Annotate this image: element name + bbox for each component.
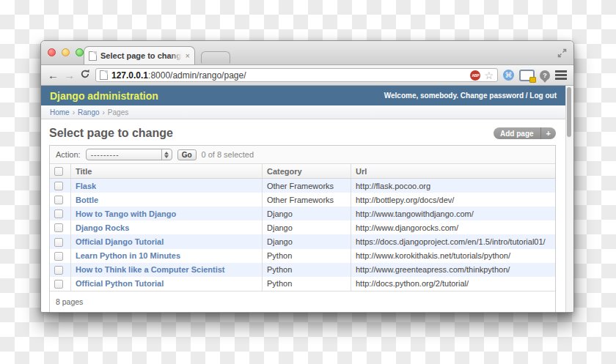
content-header: Select page to change Add page + — [49, 127, 556, 140]
action-select[interactable]: --------- — [86, 149, 172, 160]
tab-title: Select page to change | Dj — [100, 51, 182, 60]
table-row: FlaskOther Frameworkshttp://flask.pocoo.… — [50, 179, 555, 193]
page-title-cell: Official Django Tutorial — [71, 234, 263, 248]
zoom-window-button[interactable] — [76, 48, 84, 56]
minimize-window-button[interactable] — [62, 48, 70, 56]
admin-header: Django administration Welcome, somebody.… — [41, 86, 565, 105]
page-title: Select page to change — [49, 127, 173, 140]
breadcrumb-separator: › — [73, 108, 75, 116]
page-title-link[interactable]: Flask — [76, 182, 96, 190]
help-pin-icon[interactable]: ? — [540, 70, 550, 81]
adblock-plus-icon[interactable]: ABP — [470, 70, 480, 81]
user-tools: Welcome, somebody. Change password / Log… — [384, 92, 557, 100]
forward-icon[interactable]: → — [64, 70, 75, 81]
screenshot-extension-icon[interactable] — [519, 70, 535, 81]
row-checkbox-cell — [50, 179, 71, 193]
site-branding-link[interactable]: Django administration — [50, 90, 158, 102]
row-checkbox[interactable] — [54, 280, 63, 289]
fullscreen-expand-icon[interactable] — [557, 48, 567, 61]
row-checkbox[interactable] — [54, 238, 63, 247]
page-title-cell: Flask — [71, 179, 263, 193]
page-url-cell: http://www.greenteapress.com/thinkpython… — [351, 263, 556, 277]
page-title-cell: Bottle — [71, 193, 263, 207]
changelist-module: Action: --------- Go 0 of 8 selected — [49, 145, 556, 312]
pages-table-body: FlaskOther Frameworkshttp://flask.pocoo.… — [50, 179, 555, 291]
page-title-link[interactable]: How to Think like a Computer Scientist — [76, 265, 225, 274]
table-row: How to Think like a Computer ScientistPy… — [50, 263, 555, 277]
row-checkbox[interactable] — [54, 223, 63, 232]
page-title-link[interactable]: How to Tango with Django — [76, 209, 176, 218]
window-titlebar[interactable]: Select page to change | Dj × — [41, 41, 573, 65]
breadcrumb-rango-link[interactable]: Rango — [78, 108, 99, 116]
row-checkbox-cell — [50, 234, 71, 248]
change-password-link[interactable]: Change password — [461, 92, 524, 100]
row-checkbox[interactable] — [54, 182, 63, 190]
row-checkbox[interactable] — [54, 209, 63, 218]
browser-toolbar: ← → 127.0.0.1:8000/admin/rango/page/ ABP… — [41, 65, 573, 86]
breadcrumb-separator: › — [103, 108, 105, 116]
command-extension-icon[interactable]: ⌘ — [503, 70, 514, 81]
pages-table: Title Category Url FlaskOther Frameworks… — [50, 164, 555, 291]
reload-icon[interactable] — [80, 69, 90, 82]
select-all-checkbox[interactable] — [54, 167, 63, 176]
scrollbar-thumb[interactable] — [567, 87, 571, 137]
welcome-text: Welcome, — [384, 92, 419, 100]
page-title-cell: How to Tango with Django — [71, 207, 263, 220]
page-url-cell: http://bottlepy.org/docs/dev/ — [351, 193, 556, 207]
add-page-button[interactable]: Add page + — [494, 127, 556, 139]
breadcrumb-current: Pages — [108, 108, 128, 116]
go-button[interactable]: Go — [177, 149, 197, 160]
page-title-link[interactable]: Official Django Tutorial — [76, 237, 164, 246]
user-tools-separator: / — [526, 92, 528, 100]
select-all-cell — [50, 164, 71, 179]
page-url-cell: http://www.korokithakis.net/tutorials/py… — [351, 249, 556, 263]
url-path: :8000/admin/rango/page/ — [148, 70, 246, 81]
page-scrollbar[interactable] — [565, 86, 573, 312]
page-url-cell: http://www.tangowithdjango.com/ — [351, 207, 556, 220]
page-title-link[interactable]: Official Python Tutorial — [76, 279, 164, 288]
plus-icon: + — [540, 127, 556, 139]
breadcrumb-home-link[interactable]: Home — [50, 108, 70, 116]
close-window-button[interactable] — [48, 48, 56, 56]
browser-window: Select page to change | Dj × ← → 127.0.0… — [40, 40, 574, 313]
url-text[interactable]: 127.0.0.1:8000/admin/rango/page/ — [111, 70, 466, 81]
page-url-cell: https://docs.djangoproject.com/en/1.5/in… — [351, 234, 556, 248]
new-tab-button[interactable] — [201, 51, 230, 64]
page-category-cell: Python — [263, 277, 351, 291]
row-checkbox[interactable] — [54, 252, 63, 261]
page-title-cell: Learn Python in 10 Minutes — [71, 249, 263, 263]
column-header-url[interactable]: Url — [351, 164, 556, 179]
username: somebody. — [420, 92, 458, 100]
logout-link[interactable]: Log out — [529, 92, 557, 100]
page-title-link[interactable]: Django Rocks — [76, 223, 129, 232]
tab-close-icon[interactable]: × — [186, 52, 190, 60]
row-checkbox-cell — [50, 263, 71, 277]
window-controls — [48, 48, 84, 56]
row-checkbox[interactable] — [54, 266, 63, 275]
chrome-menu-icon[interactable] — [555, 70, 567, 73]
table-row: Official Django TutorialDjangohttps://do… — [50, 234, 555, 248]
back-icon[interactable]: ← — [48, 70, 59, 81]
address-bar[interactable]: 127.0.0.1:8000/admin/rango/page/ ABP ☆ — [95, 68, 498, 82]
page-category-cell: Django — [263, 220, 351, 234]
row-checkbox[interactable] — [54, 196, 63, 204]
page-title-link[interactable]: Learn Python in 10 Minutes — [76, 251, 180, 260]
page-url-cell: http://flask.pocoo.org — [351, 179, 556, 193]
action-label: Action: — [56, 150, 81, 159]
django-admin-page: Django administration Welcome, somebody.… — [41, 86, 565, 312]
column-header-title[interactable]: Title — [71, 164, 263, 179]
table-row: Official Python TutorialPythonhttp://doc… — [50, 277, 555, 291]
table-row: Learn Python in 10 MinutesPythonhttp://w… — [50, 249, 555, 263]
page-security-icon[interactable] — [100, 70, 108, 80]
selection-counter: 0 of 8 selected — [202, 150, 254, 159]
page-category-cell: Django — [263, 207, 351, 220]
bookmark-star-icon[interactable]: ☆ — [484, 70, 494, 81]
column-header-category[interactable]: Category — [263, 164, 351, 179]
page-title-link[interactable]: Bottle — [76, 196, 98, 204]
breadcrumb: Home › Rango › Pages — [41, 105, 565, 119]
table-header-row: Title Category Url — [50, 164, 555, 179]
browser-tab[interactable]: Select page to change | Dj × — [84, 46, 195, 64]
desktop-transparent-background: { "browser": { "tab": { "title": "Select… — [0, 0, 616, 364]
table-row: BottleOther Frameworkshttp://bottlepy.or… — [50, 193, 555, 207]
page-category-cell: Python — [263, 263, 351, 277]
